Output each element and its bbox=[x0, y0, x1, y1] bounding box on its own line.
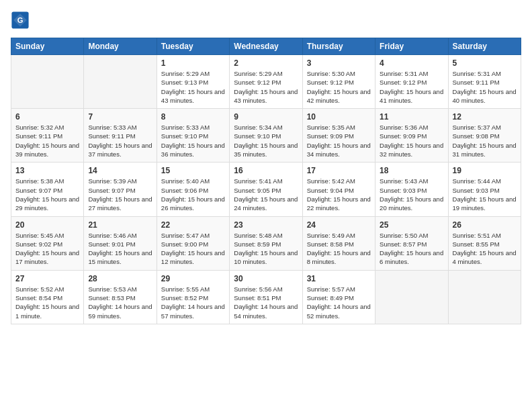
day-number: 29 bbox=[161, 274, 225, 283]
calendar-cell: 28Sunrise: 5:53 AM Sunset: 8:53 PM Dayli… bbox=[84, 270, 157, 324]
calendar-cell bbox=[11, 55, 84, 109]
calendar-cell: 23Sunrise: 5:48 AM Sunset: 8:59 PM Dayli… bbox=[230, 216, 302, 270]
calendar-header: SundayMondayTuesdayWednesdayThursdayFrid… bbox=[11, 38, 521, 55]
day-number: 8 bbox=[161, 112, 225, 122]
col-header-sunday: Sunday bbox=[11, 38, 84, 55]
day-number: 28 bbox=[88, 274, 152, 283]
day-info: Sunrise: 5:51 AM Sunset: 8:55 PM Dayligh… bbox=[453, 231, 517, 267]
calendar-table: SundayMondayTuesdayWednesdayThursdayFrid… bbox=[11, 38, 521, 324]
day-number: 24 bbox=[307, 220, 371, 230]
calendar-cell: 31Sunrise: 5:57 AM Sunset: 8:49 PM Dayli… bbox=[302, 270, 375, 324]
day-number: 5 bbox=[453, 58, 517, 68]
calendar-cell: 11Sunrise: 5:36 AM Sunset: 9:09 PM Dayli… bbox=[375, 109, 448, 163]
day-number: 11 bbox=[380, 112, 443, 122]
col-header-wednesday: Wednesday bbox=[230, 38, 302, 55]
calendar-week-1: 1Sunrise: 5:29 AM Sunset: 9:13 PM Daylig… bbox=[11, 55, 521, 109]
day-number: 14 bbox=[88, 166, 152, 175]
day-number: 19 bbox=[453, 166, 517, 175]
day-number: 20 bbox=[15, 220, 79, 230]
day-number: 23 bbox=[234, 220, 298, 230]
calendar-cell: 9Sunrise: 5:34 AM Sunset: 9:10 PM Daylig… bbox=[230, 109, 302, 163]
calendar-cell: 15Sunrise: 5:40 AM Sunset: 9:06 PM Dayli… bbox=[157, 163, 229, 216]
day-info: Sunrise: 5:38 AM Sunset: 9:07 PM Dayligh… bbox=[15, 177, 79, 212]
calendar-cell: 13Sunrise: 5:38 AM Sunset: 9:07 PM Dayli… bbox=[11, 163, 84, 216]
calendar-cell: 8Sunrise: 5:33 AM Sunset: 9:10 PM Daylig… bbox=[157, 109, 229, 163]
calendar-cell: 14Sunrise: 5:39 AM Sunset: 9:07 PM Dayli… bbox=[84, 163, 157, 216]
calendar-cell: 10Sunrise: 5:35 AM Sunset: 9:09 PM Dayli… bbox=[302, 109, 375, 163]
day-info: Sunrise: 5:41 AM Sunset: 9:05 PM Dayligh… bbox=[234, 177, 298, 212]
day-number: 2 bbox=[234, 58, 298, 68]
calendar-cell bbox=[84, 55, 157, 109]
col-header-tuesday: Tuesday bbox=[157, 38, 229, 55]
day-number: 16 bbox=[234, 166, 298, 175]
calendar-week-3: 13Sunrise: 5:38 AM Sunset: 9:07 PM Dayli… bbox=[11, 163, 521, 216]
day-info: Sunrise: 5:49 AM Sunset: 8:58 PM Dayligh… bbox=[307, 231, 371, 267]
day-number: 27 bbox=[15, 274, 79, 283]
page-header: G bbox=[11, 11, 521, 30]
day-info: Sunrise: 5:31 AM Sunset: 9:12 PM Dayligh… bbox=[380, 69, 443, 105]
day-info: Sunrise: 5:45 AM Sunset: 9:02 PM Dayligh… bbox=[15, 231, 79, 267]
day-number: 6 bbox=[15, 112, 79, 122]
day-info: Sunrise: 5:29 AM Sunset: 9:13 PM Dayligh… bbox=[161, 69, 225, 105]
calendar-body: 1Sunrise: 5:29 AM Sunset: 9:13 PM Daylig… bbox=[11, 55, 521, 324]
col-header-saturday: Saturday bbox=[448, 38, 521, 55]
calendar-cell: 22Sunrise: 5:47 AM Sunset: 9:00 PM Dayli… bbox=[157, 216, 229, 270]
day-info: Sunrise: 5:37 AM Sunset: 9:08 PM Dayligh… bbox=[453, 123, 517, 158]
day-info: Sunrise: 5:35 AM Sunset: 9:09 PM Dayligh… bbox=[307, 123, 371, 158]
logo-icon: G bbox=[11, 11, 30, 30]
calendar-cell: 19Sunrise: 5:44 AM Sunset: 9:03 PM Dayli… bbox=[448, 163, 521, 216]
calendar-cell: 30Sunrise: 5:56 AM Sunset: 8:51 PM Dayli… bbox=[230, 270, 302, 324]
day-info: Sunrise: 5:47 AM Sunset: 9:00 PM Dayligh… bbox=[161, 231, 225, 267]
day-info: Sunrise: 5:44 AM Sunset: 9:03 PM Dayligh… bbox=[453, 177, 517, 212]
day-number: 13 bbox=[15, 166, 79, 175]
day-info: Sunrise: 5:42 AM Sunset: 9:04 PM Dayligh… bbox=[307, 177, 371, 212]
svg-text:G: G bbox=[17, 16, 24, 24]
day-info: Sunrise: 5:36 AM Sunset: 9:09 PM Dayligh… bbox=[380, 123, 443, 158]
calendar-cell: 7Sunrise: 5:33 AM Sunset: 9:11 PM Daylig… bbox=[84, 109, 157, 163]
calendar-week-4: 20Sunrise: 5:45 AM Sunset: 9:02 PM Dayli… bbox=[11, 216, 521, 270]
calendar-week-2: 6Sunrise: 5:32 AM Sunset: 9:11 PM Daylig… bbox=[11, 109, 521, 163]
day-info: Sunrise: 5:31 AM Sunset: 9:11 PM Dayligh… bbox=[453, 69, 517, 105]
calendar-cell: 5Sunrise: 5:31 AM Sunset: 9:11 PM Daylig… bbox=[448, 55, 521, 109]
day-number: 22 bbox=[161, 220, 225, 230]
day-number: 31 bbox=[307, 274, 371, 283]
day-number: 21 bbox=[88, 220, 152, 230]
calendar-cell: 27Sunrise: 5:52 AM Sunset: 8:54 PM Dayli… bbox=[11, 270, 84, 324]
calendar-cell: 17Sunrise: 5:42 AM Sunset: 9:04 PM Dayli… bbox=[302, 163, 375, 216]
day-number: 1 bbox=[161, 58, 225, 68]
col-header-friday: Friday bbox=[375, 38, 448, 55]
day-info: Sunrise: 5:52 AM Sunset: 8:54 PM Dayligh… bbox=[15, 285, 79, 320]
day-number: 10 bbox=[307, 112, 371, 122]
day-info: Sunrise: 5:48 AM Sunset: 8:59 PM Dayligh… bbox=[234, 231, 298, 267]
logo: G bbox=[11, 11, 32, 30]
day-info: Sunrise: 5:50 AM Sunset: 8:57 PM Dayligh… bbox=[380, 231, 443, 267]
day-info: Sunrise: 5:29 AM Sunset: 9:12 PM Dayligh… bbox=[234, 69, 298, 105]
calendar-cell bbox=[448, 270, 521, 324]
calendar-cell: 26Sunrise: 5:51 AM Sunset: 8:55 PM Dayli… bbox=[448, 216, 521, 270]
day-info: Sunrise: 5:33 AM Sunset: 9:10 PM Dayligh… bbox=[161, 123, 225, 158]
calendar-cell: 16Sunrise: 5:41 AM Sunset: 9:05 PM Dayli… bbox=[230, 163, 302, 216]
calendar-cell: 4Sunrise: 5:31 AM Sunset: 9:12 PM Daylig… bbox=[375, 55, 448, 109]
calendar-cell: 12Sunrise: 5:37 AM Sunset: 9:08 PM Dayli… bbox=[448, 109, 521, 163]
calendar-cell bbox=[375, 270, 448, 324]
day-info: Sunrise: 5:40 AM Sunset: 9:06 PM Dayligh… bbox=[161, 177, 225, 212]
calendar-cell: 29Sunrise: 5:55 AM Sunset: 8:52 PM Dayli… bbox=[157, 270, 229, 324]
day-info: Sunrise: 5:32 AM Sunset: 9:11 PM Dayligh… bbox=[15, 123, 79, 158]
calendar-cell: 21Sunrise: 5:46 AM Sunset: 9:01 PM Dayli… bbox=[84, 216, 157, 270]
day-number: 4 bbox=[380, 58, 443, 68]
calendar-cell: 25Sunrise: 5:50 AM Sunset: 8:57 PM Dayli… bbox=[375, 216, 448, 270]
calendar-cell: 6Sunrise: 5:32 AM Sunset: 9:11 PM Daylig… bbox=[11, 109, 84, 163]
day-number: 12 bbox=[453, 112, 517, 122]
day-info: Sunrise: 5:43 AM Sunset: 9:03 PM Dayligh… bbox=[380, 177, 443, 212]
day-number: 15 bbox=[161, 166, 225, 175]
day-number: 17 bbox=[307, 166, 371, 175]
day-info: Sunrise: 5:53 AM Sunset: 8:53 PM Dayligh… bbox=[88, 285, 152, 320]
day-info: Sunrise: 5:39 AM Sunset: 9:07 PM Dayligh… bbox=[88, 177, 152, 212]
day-info: Sunrise: 5:33 AM Sunset: 9:11 PM Dayligh… bbox=[88, 123, 152, 158]
calendar-cell: 24Sunrise: 5:49 AM Sunset: 8:58 PM Dayli… bbox=[302, 216, 375, 270]
day-number: 26 bbox=[453, 220, 517, 230]
day-number: 25 bbox=[380, 220, 443, 230]
day-info: Sunrise: 5:34 AM Sunset: 9:10 PM Dayligh… bbox=[234, 123, 298, 158]
col-header-thursday: Thursday bbox=[302, 38, 375, 55]
day-number: 7 bbox=[88, 112, 152, 122]
